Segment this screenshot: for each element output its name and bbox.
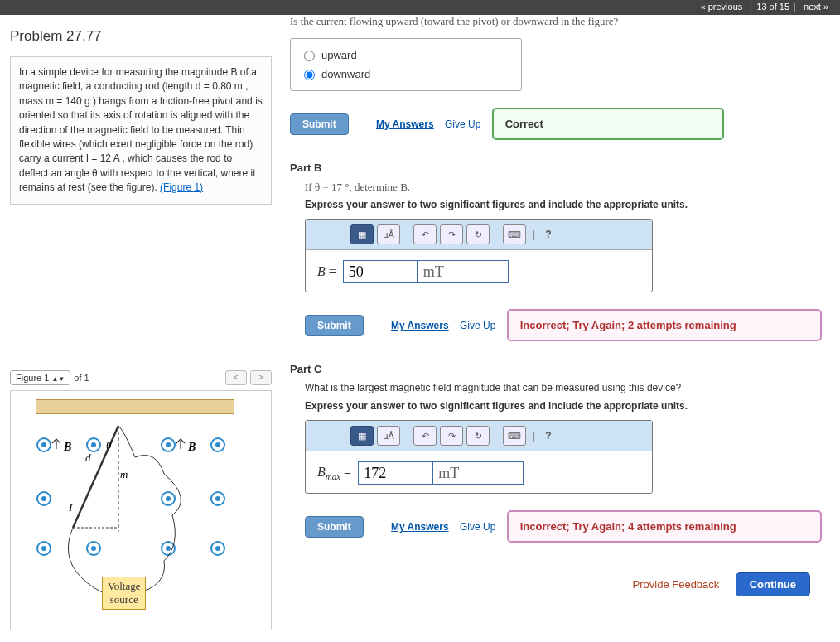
part-c-answer-box: ▦ µÅ ↶ ↷ ↻ ⌨ | ? Bmax = (305, 420, 653, 494)
part-b-giveup-link[interactable]: Give Up (460, 320, 495, 331)
units-icon[interactable]: µÅ (377, 426, 400, 446)
svg-text:θ: θ (106, 439, 112, 451)
voltage-source-label: Voltagesource (102, 577, 146, 610)
svg-point-11 (167, 497, 170, 500)
svg-point-7 (216, 443, 220, 447)
part-c-toolbar: ▦ µÅ ↶ ↷ ↻ ⌨ | ? (306, 421, 652, 451)
part-b-variable: B (317, 264, 326, 279)
part-b-myanswers-link[interactable]: My Answers (391, 320, 449, 331)
help-icon[interactable]: ? (545, 430, 551, 442)
svg-point-13 (216, 497, 220, 500)
undo-icon[interactable]: ↶ (413, 224, 437, 244)
figure-selector[interactable]: Figure 1 ▲▼ (10, 370, 70, 385)
template-icon[interactable]: ▦ (350, 224, 374, 244)
svg-text:B: B (187, 441, 196, 453)
figure-prev-button[interactable]: < (225, 370, 247, 385)
figure-count: of 1 (74, 373, 89, 383)
redo-icon[interactable]: ↷ (440, 224, 463, 244)
part-a-options: upward downward (290, 38, 522, 91)
part-b-title: Part B (290, 162, 823, 174)
svg-point-15 (42, 547, 46, 550)
svg-point-19 (167, 547, 170, 550)
prev-link[interactable]: « previous (701, 2, 743, 12)
part-b-toolbar: ▦ µÅ ↶ ↷ ↻ ⌨ | ? (306, 220, 652, 250)
part-b-unit-input[interactable] (418, 260, 509, 283)
svg-text:I: I (68, 501, 73, 514)
top-nav: « previous | 13 of 15 | next » (0, 0, 840, 15)
part-c-giveup-link[interactable]: Give Up (460, 521, 495, 533)
redo-icon[interactable]: ↷ (440, 426, 463, 446)
problem-description: In a simple device for measuring the mag… (10, 56, 272, 205)
option-downward[interactable] (304, 70, 315, 80)
keyboard-icon[interactable]: ⌨ (503, 224, 526, 244)
svg-line-25 (73, 426, 118, 528)
svg-text:m: m (120, 468, 128, 480)
next-link[interactable]: next » (804, 2, 828, 12)
continue-button[interactable]: Continue (736, 572, 810, 596)
template-icon[interactable]: ▦ (350, 426, 374, 446)
svg-point-17 (92, 547, 95, 550)
svg-text:B: B (63, 441, 71, 453)
part-c-variable: Bmax (317, 465, 340, 481)
problem-title: Problem 27.77 (10, 28, 272, 45)
part-c-submit-button[interactable]: Submit (305, 516, 364, 538)
help-icon[interactable]: ? (545, 229, 551, 240)
undo-icon[interactable]: ↶ (413, 426, 437, 446)
part-b-submit-button[interactable]: Submit (305, 315, 364, 336)
part-a-feedback: Correct (492, 108, 724, 140)
part-a-giveup-link[interactable]: Give Up (445, 118, 480, 130)
figure-panel: B B θ d m I Voltagesource (10, 390, 272, 630)
svg-point-9 (42, 497, 46, 500)
part-c-value-input[interactable] (358, 461, 432, 485)
reset-icon[interactable]: ↻ (466, 426, 490, 446)
part-b-question: If θ = 17 °, determine B. (305, 181, 823, 194)
part-b-instructions: Express your answer to two significant f… (305, 199, 823, 210)
keyboard-icon[interactable]: ⌨ (503, 426, 526, 446)
svg-point-3 (92, 443, 95, 447)
figure-next-button[interactable]: > (250, 370, 272, 385)
part-c-myanswers-link[interactable]: My Answers (391, 521, 449, 533)
svg-point-5 (167, 443, 170, 447)
part-b-feedback: Incorrect; Try Again; 2 attempts remaini… (507, 309, 822, 341)
part-c-question: What is the largest magnetic field magni… (305, 382, 823, 393)
svg-text:d: d (85, 451, 91, 464)
part-a-question: Is the current flowing upward (toward th… (290, 15, 823, 28)
part-c-feedback: Incorrect; Try Again; 4 attempts remaini… (507, 510, 822, 543)
reset-icon[interactable]: ↻ (466, 224, 490, 244)
part-b-answer-box: ▦ µÅ ↶ ↷ ↻ ⌨ | ? B = (305, 219, 653, 292)
part-c-instructions: Express your answer to two significant f… (305, 400, 823, 412)
option-upward[interactable] (304, 51, 315, 61)
part-b-value-input[interactable] (343, 260, 418, 283)
provide-feedback-link[interactable]: Provide Feedback (633, 578, 720, 591)
svg-point-1 (42, 443, 46, 447)
part-a-myanswers-link[interactable]: My Answers (376, 118, 434, 130)
units-icon[interactable]: µÅ (377, 224, 400, 244)
part-c-unit-input[interactable] (432, 461, 524, 485)
part-c-title: Part C (290, 363, 823, 375)
part-a-submit-button[interactable]: Submit (290, 113, 349, 135)
figure-link[interactable]: (Figure 1) (160, 181, 203, 193)
nav-position: 13 of 15 (756, 2, 789, 12)
svg-point-21 (216, 547, 220, 550)
